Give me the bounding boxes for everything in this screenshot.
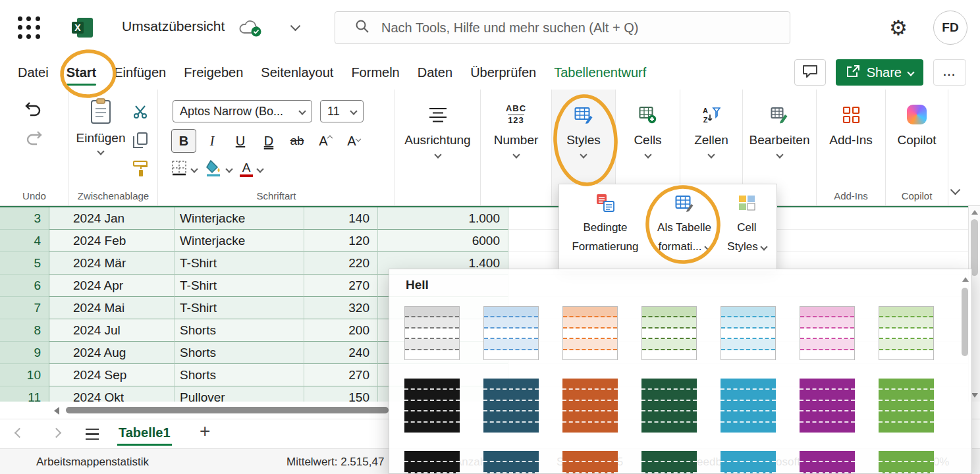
table-style-light-magenta[interactable] (800, 306, 855, 360)
copilot-button[interactable]: Copilot (886, 90, 948, 205)
row-header[interactable]: 7 (0, 297, 49, 319)
tab-einfuegen[interactable]: Einfügen (114, 55, 166, 90)
scroll-down-arrow[interactable] (971, 393, 978, 398)
format-painter-button[interactable] (133, 161, 148, 180)
more-options-button[interactable]: ... (933, 59, 966, 86)
cell-month[interactable]: 2024 Sep (49, 364, 175, 386)
table-style-medium-dark-green[interactable] (641, 379, 697, 433)
tab-freigeben[interactable]: Freigeben (184, 55, 243, 90)
table-style-dark-purple[interactable] (800, 451, 855, 474)
table-style-medium-black[interactable] (404, 379, 460, 433)
font-size-select[interactable]: 11 (320, 100, 364, 122)
tab-seitenlayout[interactable]: Seitenlayout (261, 55, 333, 90)
tab-daten[interactable]: Daten (418, 55, 452, 90)
cell-quantity[interactable]: 270 (304, 275, 378, 297)
cell-month[interactable]: 2024 Aug (49, 342, 175, 364)
cell-month[interactable]: 2024 Jul (49, 319, 175, 342)
cell-product[interactable]: Winterjacke (175, 207, 304, 230)
scroll-up-arrow[interactable] (971, 210, 978, 215)
cell-month[interactable]: 2024 Mai (49, 297, 175, 319)
workbook-statistics[interactable]: Arbeitsmappenstatistik (36, 456, 149, 469)
redo-button[interactable] (24, 129, 43, 150)
table-style-dark-black[interactable] (404, 451, 460, 474)
tab-formeln[interactable]: Formeln (351, 55, 399, 90)
vertical-scroll-thumb[interactable] (971, 219, 978, 276)
settings-gear-icon[interactable]: ⚙ (884, 13, 913, 42)
next-sheet-arrow-icon[interactable] (51, 428, 62, 438)
row-header[interactable]: 8 (0, 319, 49, 342)
cell-quantity[interactable]: 270 (304, 364, 378, 386)
row-header[interactable]: 6 (0, 275, 49, 297)
font-name-select[interactable]: Aptos Narrow (Bo... (173, 100, 312, 122)
excel-logo[interactable]: X (71, 17, 94, 41)
search-box[interactable] (335, 11, 790, 44)
strikethrough-button[interactable]: ab (285, 129, 310, 153)
cell-product[interactable]: Pullover (175, 386, 304, 402)
ausrichtung-button[interactable]: Ausrichtung (395, 90, 480, 205)
share-button[interactable]: Share (836, 59, 923, 86)
row-header[interactable]: 4 (0, 230, 49, 252)
gallery-scroll-up-arrow[interactable] (962, 277, 969, 282)
decrease-font-button[interactable]: A (341, 129, 366, 153)
cell-product[interactable]: Shorts (175, 364, 304, 386)
collapse-ribbon-button[interactable] (952, 184, 959, 196)
cell-value[interactable]: 1.000 (378, 207, 508, 230)
bold-button[interactable]: B (171, 129, 196, 153)
row-header[interactable]: 10 (0, 364, 49, 386)
conditional-formatting-item[interactable]: Bedingte Formatierung (559, 194, 651, 271)
gallery-scroll-thumb[interactable] (962, 288, 968, 356)
table-style-dark-green[interactable] (641, 451, 697, 474)
cell-product[interactable]: T-Shirt (175, 275, 304, 297)
horizontal-scroll-thumb[interactable] (66, 407, 389, 413)
table-style-light-blue[interactable] (483, 306, 539, 360)
cell-month[interactable]: 2024 Apr (49, 275, 175, 297)
row-header[interactable]: 9 (0, 342, 49, 364)
row-header[interactable]: 5 (0, 252, 49, 275)
table-style-dark-lime[interactable] (879, 451, 934, 474)
fill-color-button[interactable] (205, 159, 232, 179)
table-style-dark-cyan[interactable] (721, 451, 776, 474)
underline-button[interactable]: U (228, 129, 253, 153)
font-color-button[interactable]: A (240, 161, 263, 177)
cell-product[interactable]: Winterjacke (175, 230, 304, 252)
double-underline-button[interactable]: D (256, 129, 281, 153)
document-title[interactable]: Umsatzübersicht (122, 18, 225, 34)
paste-button[interactable]: Einfügen (74, 98, 127, 154)
cell-value[interactable]: 6000 (378, 230, 508, 252)
cell-product[interactable]: Shorts (175, 319, 304, 342)
cell-quantity[interactable]: 320 (304, 297, 378, 319)
title-chevron-icon[interactable] (290, 21, 301, 32)
table-style-medium-orange[interactable] (562, 379, 618, 433)
table-style-dark-orange[interactable] (562, 451, 618, 474)
table-style-medium-cyan[interactable] (721, 379, 776, 433)
row-header[interactable]: 3 (0, 207, 49, 230)
app-launcher-waffle-icon[interactable] (16, 14, 42, 41)
sheet-list-menu-icon[interactable] (86, 429, 99, 443)
add-sheet-button[interactable]: + (200, 421, 210, 442)
gallery-scrollbar[interactable] (961, 273, 969, 471)
avatar[interactable]: FD (933, 11, 967, 45)
table-style-light-cyan[interactable] (721, 306, 776, 360)
tab-datei[interactable]: Datei (18, 55, 49, 90)
cell-month[interactable]: 2024 Feb (49, 230, 175, 252)
number-format-button[interactable]: ABC 123 Number (481, 90, 551, 205)
cell-month[interactable]: 2024 Mär (49, 252, 175, 275)
tab-tabellenentwurf[interactable]: Tabellenentwurf (554, 55, 646, 90)
cell-quantity[interactable]: 150 (304, 386, 378, 402)
cell-month[interactable]: 2024 Okt (49, 386, 175, 402)
table-style-light-green[interactable] (641, 306, 697, 360)
cell-month[interactable]: 2024 Jan (49, 207, 175, 230)
borders-button[interactable] (171, 160, 197, 178)
tab-start[interactable]: Start (67, 55, 97, 90)
cell-quantity[interactable]: 140 (304, 207, 378, 230)
prev-sheet-arrow-icon[interactable] (14, 428, 25, 438)
table-style-medium-green[interactable] (879, 379, 934, 433)
scroll-left-arrow[interactable] (54, 407, 59, 415)
table-style-medium-purple[interactable] (800, 379, 855, 433)
table-style-light-lime[interactable] (879, 306, 934, 360)
search-input[interactable] (381, 20, 779, 36)
increase-font-button[interactable]: A (313, 129, 338, 153)
table-style-light-gray[interactable] (404, 306, 460, 360)
cell-quantity[interactable]: 220 (304, 252, 378, 275)
row-header[interactable]: 11 (0, 386, 49, 402)
